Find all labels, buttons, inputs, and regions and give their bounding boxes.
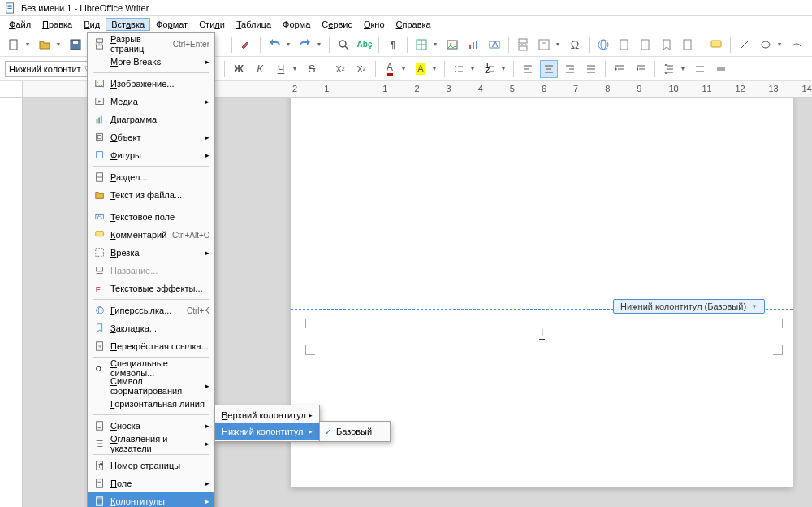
menu-item[interactable]: Медиа▸ bbox=[88, 93, 214, 110]
footer-indicator[interactable]: Нижний колонтитул (Базовый) ▼ bbox=[613, 299, 765, 314]
menu-insert[interactable]: Вставка bbox=[106, 18, 150, 31]
menu-item[interactable]: Врезка▸ bbox=[88, 244, 214, 262]
menu-item[interactable]: Изображение... bbox=[88, 75, 214, 93]
menu-item[interactable]: Символ форматирования▸ bbox=[88, 377, 214, 395]
footer-style-submenu[interactable]: ✓Базовый bbox=[319, 421, 391, 442]
line-spacing-button[interactable] bbox=[660, 60, 678, 78]
menu-item[interactable]: Диаграмма bbox=[88, 110, 214, 128]
hyperlink-button[interactable] bbox=[594, 36, 612, 54]
nonprinting-button[interactable]: ¶ bbox=[384, 36, 402, 54]
dropdown-icon[interactable]: ▾ bbox=[681, 65, 688, 72]
menu-item[interactable]: Фигуры▸ bbox=[88, 146, 214, 164]
menu-help[interactable]: Справка bbox=[391, 18, 437, 31]
subscript-button[interactable]: X2 bbox=[352, 60, 370, 78]
menu-item[interactable]: FТекстовые эффекты... bbox=[88, 280, 214, 297]
menu-window[interactable]: Окно bbox=[358, 18, 391, 31]
dropdown-icon[interactable]: ▾ bbox=[402, 65, 408, 72]
dropdown-icon[interactable]: ▾ bbox=[317, 41, 324, 48]
field-button[interactable] bbox=[535, 36, 553, 54]
open-button[interactable] bbox=[36, 36, 54, 54]
dropdown-icon[interactable]: ▾ bbox=[26, 41, 32, 48]
menu-item[interactable]: Горизонтальная линия bbox=[88, 395, 214, 413]
vertical-ruler[interactable] bbox=[0, 98, 23, 507]
undo-button[interactable] bbox=[266, 36, 283, 54]
paragraph-style-combo[interactable]: Нижний колонтит▽ bbox=[5, 61, 94, 77]
pagebreak-button[interactable] bbox=[514, 36, 532, 54]
submenu-item[interactable]: Нижний колонтитул▸ bbox=[215, 423, 319, 440]
insert-menu-dropdown[interactable]: Разрыв страницCtrl+EnterMore Breaks▸Изоб… bbox=[87, 32, 215, 507]
menu-form[interactable]: Форма bbox=[277, 18, 316, 31]
indent-dec-button[interactable] bbox=[632, 60, 650, 78]
chart-button[interactable] bbox=[464, 36, 482, 54]
menu-item[interactable]: Колонтитулы▸ bbox=[88, 492, 214, 507]
indent-inc-button[interactable] bbox=[611, 60, 628, 78]
redo-button[interactable] bbox=[296, 36, 314, 54]
superscript-button[interactable]: X2 bbox=[331, 60, 349, 78]
dropdown-icon[interactable]: ▾ bbox=[293, 65, 300, 72]
para-spacing-dec-button[interactable] bbox=[712, 60, 730, 78]
textbox-button[interactable]: A bbox=[486, 36, 503, 54]
font-color-button[interactable]: A bbox=[381, 60, 399, 78]
table-button[interactable] bbox=[412, 36, 430, 54]
find-button[interactable] bbox=[335, 36, 352, 54]
justify-button[interactable] bbox=[582, 60, 600, 78]
align-right-button[interactable] bbox=[561, 60, 579, 78]
dropdown-icon[interactable]: ▾ bbox=[433, 65, 439, 72]
menu-item[interactable]: Название... bbox=[88, 262, 214, 280]
header-footer-submenu[interactable]: Верхний колонтитул▸Нижний колонтитул▸ bbox=[214, 405, 320, 442]
crossref-button[interactable] bbox=[679, 36, 697, 54]
menu-tools[interactable]: Сервис bbox=[316, 18, 358, 31]
footnote-button[interactable] bbox=[615, 36, 633, 54]
dropdown-icon[interactable]: ▾ bbox=[287, 41, 293, 48]
save-button[interactable] bbox=[67, 36, 84, 54]
new-doc-button[interactable] bbox=[5, 36, 23, 54]
bold-button[interactable]: Ж bbox=[230, 60, 248, 78]
comment-button[interactable] bbox=[707, 36, 725, 54]
highlight-button[interactable]: A bbox=[412, 60, 430, 78]
dropdown-icon[interactable]: ▾ bbox=[502, 65, 508, 72]
image-button[interactable] bbox=[443, 36, 461, 54]
bullets-button[interactable] bbox=[450, 60, 468, 78]
submenu-item[interactable]: Верхний колонтитул▸ bbox=[215, 407, 319, 423]
underline-button[interactable]: Ч bbox=[272, 60, 290, 78]
menu-item[interactable]: AТекстовое поле bbox=[88, 208, 214, 226]
shapes-button[interactable] bbox=[757, 36, 775, 54]
menu-item[interactable]: Объект▸ bbox=[88, 128, 214, 146]
menu-file[interactable]: Файл bbox=[3, 18, 37, 31]
menu-bar[interactable]: Файл Правка Вид Вставка Формат Стили Таб… bbox=[0, 16, 812, 32]
dropdown-icon[interactable]: ▾ bbox=[57, 41, 63, 48]
paint-button[interactable] bbox=[237, 36, 255, 54]
page-number-field[interactable]: I bbox=[539, 327, 545, 340]
menu-item[interactable]: Перекрёстная ссылка... bbox=[88, 337, 214, 355]
dropdown-icon[interactable]: ▾ bbox=[471, 65, 477, 72]
menu-item[interactable]: Текст из файла... bbox=[88, 186, 214, 204]
menu-item[interactable]: Закладка... bbox=[88, 319, 214, 337]
dropdown-icon[interactable]: ▾ bbox=[556, 41, 563, 48]
draw-button[interactable] bbox=[788, 36, 806, 54]
spellcheck-button[interactable]: Abç bbox=[356, 36, 374, 54]
menu-item[interactable]: Разрыв страницCtrl+Enter bbox=[88, 35, 214, 53]
menu-styles[interactable]: Стили bbox=[193, 18, 231, 31]
align-left-button[interactable] bbox=[519, 60, 537, 78]
endnote-button[interactable] bbox=[637, 36, 654, 54]
align-center-button[interactable] bbox=[540, 60, 558, 78]
menu-item[interactable]: Раздел... bbox=[88, 168, 214, 186]
menu-item[interactable]: КомментарийCtrl+Alt+C bbox=[88, 226, 214, 244]
menu-item[interactable]: More Breaks▸ bbox=[88, 53, 214, 71]
dropdown-icon[interactable]: ▾ bbox=[434, 41, 440, 48]
menu-format[interactable]: Формат bbox=[150, 18, 193, 31]
italic-button[interactable]: К bbox=[251, 60, 269, 78]
menu-item[interactable]: Сноска▸ bbox=[88, 417, 214, 435]
menu-edit[interactable]: Правка bbox=[37, 18, 78, 31]
menu-item[interactable]: ΩСпециальные символы... bbox=[88, 359, 214, 377]
menu-item[interactable]: Оглавления и указатели▸ bbox=[88, 435, 214, 453]
line-button[interactable] bbox=[736, 36, 754, 54]
dropdown-icon[interactable]: ▾ bbox=[778, 41, 784, 48]
para-spacing-inc-button[interactable] bbox=[691, 60, 709, 78]
bookmark-button[interactable] bbox=[658, 36, 676, 54]
special-char-button[interactable]: Ω bbox=[566, 36, 584, 54]
numbering-button[interactable]: 12 bbox=[481, 60, 499, 78]
strike-button[interactable]: S bbox=[303, 60, 321, 78]
menu-view[interactable]: Вид bbox=[78, 18, 106, 31]
menu-item[interactable]: Поле▸ bbox=[88, 474, 214, 492]
